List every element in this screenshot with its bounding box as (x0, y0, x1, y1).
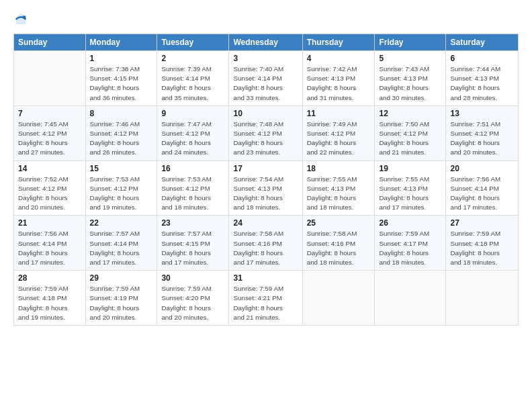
calendar-table: SundayMondayTuesdayWednesdayThursdayFrid… (13, 34, 519, 326)
day-info: Sunrise: 7:52 AM Sunset: 4:12 PM Dayligh… (18, 175, 81, 213)
calendar-cell: 10Sunrise: 7:48 AM Sunset: 4:12 PM Dayli… (229, 105, 302, 161)
day-number: 21 (18, 218, 81, 228)
calendar-cell: 11Sunrise: 7:49 AM Sunset: 4:12 PM Dayli… (302, 105, 375, 161)
calendar-day-header: Friday (375, 34, 446, 51)
calendar-cell (302, 271, 375, 326)
calendar-cell: 13Sunrise: 7:51 AM Sunset: 4:12 PM Dayli… (446, 105, 519, 161)
day-info: Sunrise: 7:39 AM Sunset: 4:14 PM Dayligh… (161, 64, 224, 103)
calendar-cell: 2Sunrise: 7:39 AM Sunset: 4:14 PM Daylig… (157, 51, 229, 106)
day-number: 10 (233, 109, 298, 118)
day-info: Sunrise: 7:59 AM Sunset: 4:21 PM Dayligh… (233, 284, 298, 322)
calendar-cell: 28Sunrise: 7:59 AM Sunset: 4:18 PM Dayli… (14, 271, 86, 326)
day-info: Sunrise: 7:46 AM Sunset: 4:12 PM Dayligh… (90, 120, 153, 158)
day-info: Sunrise: 7:53 AM Sunset: 4:12 PM Dayligh… (161, 175, 224, 213)
day-number: 25 (307, 218, 371, 228)
day-info: Sunrise: 7:49 AM Sunset: 4:12 PM Dayligh… (307, 120, 371, 158)
day-info: Sunrise: 7:59 AM Sunset: 4:17 PM Dayligh… (379, 229, 441, 267)
day-number: 2 (161, 54, 224, 63)
calendar-cell: 24Sunrise: 7:58 AM Sunset: 4:16 PM Dayli… (229, 216, 302, 271)
calendar-cell: 14Sunrise: 7:52 AM Sunset: 4:12 PM Dayli… (14, 161, 86, 216)
day-number: 12 (379, 109, 441, 118)
day-info: Sunrise: 7:54 AM Sunset: 4:13 PM Dayligh… (233, 175, 298, 213)
day-number: 13 (450, 109, 514, 118)
day-number: 18 (307, 164, 371, 173)
calendar-day-header: Monday (85, 34, 157, 51)
calendar-cell: 31Sunrise: 7:59 AM Sunset: 4:21 PM Dayli… (229, 271, 302, 326)
calendar-week-row: 14Sunrise: 7:52 AM Sunset: 4:12 PM Dayli… (14, 161, 519, 216)
day-number: 16 (161, 164, 224, 173)
day-info: Sunrise: 7:57 AM Sunset: 4:15 PM Dayligh… (161, 229, 224, 267)
day-number: 5 (379, 54, 441, 63)
calendar-cell: 15Sunrise: 7:53 AM Sunset: 4:12 PM Dayli… (85, 161, 157, 216)
calendar-cell: 19Sunrise: 7:55 AM Sunset: 4:13 PM Dayli… (375, 161, 446, 216)
calendar-cell: 20Sunrise: 7:56 AM Sunset: 4:14 PM Dayli… (446, 161, 519, 216)
day-number: 31 (233, 273, 298, 283)
calendar-cell (446, 271, 519, 326)
calendar-cell: 16Sunrise: 7:53 AM Sunset: 4:12 PM Dayli… (157, 161, 229, 216)
logo (13, 12, 30, 27)
calendar-cell (14, 51, 86, 106)
day-number: 29 (90, 273, 153, 283)
calendar-cell: 8Sunrise: 7:46 AM Sunset: 4:12 PM Daylig… (85, 105, 157, 161)
calendar-cell: 25Sunrise: 7:58 AM Sunset: 4:16 PM Dayli… (302, 216, 375, 271)
day-number: 6 (450, 54, 514, 63)
day-number: 26 (379, 218, 441, 228)
day-info: Sunrise: 7:42 AM Sunset: 4:13 PM Dayligh… (307, 64, 371, 103)
calendar-cell: 12Sunrise: 7:50 AM Sunset: 4:12 PM Dayli… (375, 105, 446, 161)
calendar-cell: 22Sunrise: 7:57 AM Sunset: 4:14 PM Dayli… (85, 216, 157, 271)
day-number: 19 (379, 164, 441, 173)
calendar-cell: 18Sunrise: 7:55 AM Sunset: 4:13 PM Dayli… (302, 161, 375, 216)
day-number: 27 (450, 218, 514, 228)
calendar-cell: 7Sunrise: 7:45 AM Sunset: 4:12 PM Daylig… (14, 105, 86, 161)
day-number: 24 (233, 218, 298, 228)
day-info: Sunrise: 7:47 AM Sunset: 4:12 PM Dayligh… (161, 120, 224, 158)
calendar-week-row: 7Sunrise: 7:45 AM Sunset: 4:12 PM Daylig… (14, 105, 519, 161)
day-number: 17 (233, 164, 298, 173)
day-info: Sunrise: 7:56 AM Sunset: 4:14 PM Dayligh… (18, 229, 81, 267)
calendar-cell: 5Sunrise: 7:43 AM Sunset: 4:13 PM Daylig… (375, 51, 446, 106)
calendar-cell: 4Sunrise: 7:42 AM Sunset: 4:13 PM Daylig… (302, 51, 375, 106)
day-info: Sunrise: 7:59 AM Sunset: 4:19 PM Dayligh… (90, 284, 153, 322)
day-number: 9 (161, 109, 224, 118)
calendar-cell: 17Sunrise: 7:54 AM Sunset: 4:13 PM Dayli… (229, 161, 302, 216)
day-info: Sunrise: 7:56 AM Sunset: 4:14 PM Dayligh… (450, 175, 514, 213)
day-info: Sunrise: 7:51 AM Sunset: 4:12 PM Dayligh… (450, 120, 514, 158)
calendar-cell: 3Sunrise: 7:40 AM Sunset: 4:14 PM Daylig… (229, 51, 302, 106)
day-info: Sunrise: 7:40 AM Sunset: 4:14 PM Dayligh… (233, 64, 298, 103)
day-info: Sunrise: 7:50 AM Sunset: 4:12 PM Dayligh… (379, 120, 441, 158)
day-info: Sunrise: 7:58 AM Sunset: 4:16 PM Dayligh… (233, 229, 298, 267)
day-number: 14 (18, 164, 81, 173)
header (13, 12, 519, 27)
day-number: 20 (450, 164, 514, 173)
calendar-day-header: Sunday (14, 34, 86, 51)
day-number: 1 (90, 54, 153, 63)
calendar-cell: 23Sunrise: 7:57 AM Sunset: 4:15 PM Dayli… (157, 216, 229, 271)
day-number: 30 (161, 273, 224, 283)
calendar-cell: 6Sunrise: 7:44 AM Sunset: 4:13 PM Daylig… (446, 51, 519, 106)
calendar-day-header: Saturday (446, 34, 519, 51)
day-info: Sunrise: 7:59 AM Sunset: 4:20 PM Dayligh… (161, 284, 224, 322)
day-number: 7 (18, 109, 81, 118)
calendar-cell: 9Sunrise: 7:47 AM Sunset: 4:12 PM Daylig… (157, 105, 229, 161)
day-info: Sunrise: 7:44 AM Sunset: 4:13 PM Dayligh… (450, 64, 514, 103)
calendar-page: SundayMondayTuesdayWednesdayThursdayFrid… (0, 0, 532, 411)
calendar-week-row: 28Sunrise: 7:59 AM Sunset: 4:18 PM Dayli… (14, 271, 519, 326)
calendar-header-row: SundayMondayTuesdayWednesdayThursdayFrid… (14, 34, 519, 51)
calendar-week-row: 1Sunrise: 7:38 AM Sunset: 4:15 PM Daylig… (14, 51, 519, 106)
calendar-cell: 29Sunrise: 7:59 AM Sunset: 4:19 PM Dayli… (85, 271, 157, 326)
calendar-cell: 1Sunrise: 7:38 AM Sunset: 4:15 PM Daylig… (85, 51, 157, 106)
calendar-cell: 21Sunrise: 7:56 AM Sunset: 4:14 PM Dayli… (14, 216, 86, 271)
day-number: 8 (90, 109, 153, 118)
calendar-cell: 26Sunrise: 7:59 AM Sunset: 4:17 PM Dayli… (375, 216, 446, 271)
day-info: Sunrise: 7:58 AM Sunset: 4:16 PM Dayligh… (307, 229, 371, 267)
calendar-day-header: Thursday (302, 34, 375, 51)
day-info: Sunrise: 7:48 AM Sunset: 4:12 PM Dayligh… (233, 120, 298, 158)
day-number: 22 (90, 218, 153, 228)
calendar-day-header: Wednesday (229, 34, 302, 51)
day-info: Sunrise: 7:43 AM Sunset: 4:13 PM Dayligh… (379, 64, 441, 103)
day-number: 4 (307, 54, 371, 63)
calendar-day-header: Tuesday (157, 34, 229, 51)
day-number: 28 (18, 273, 81, 283)
day-info: Sunrise: 7:55 AM Sunset: 4:13 PM Dayligh… (379, 175, 441, 213)
day-number: 15 (90, 164, 153, 173)
